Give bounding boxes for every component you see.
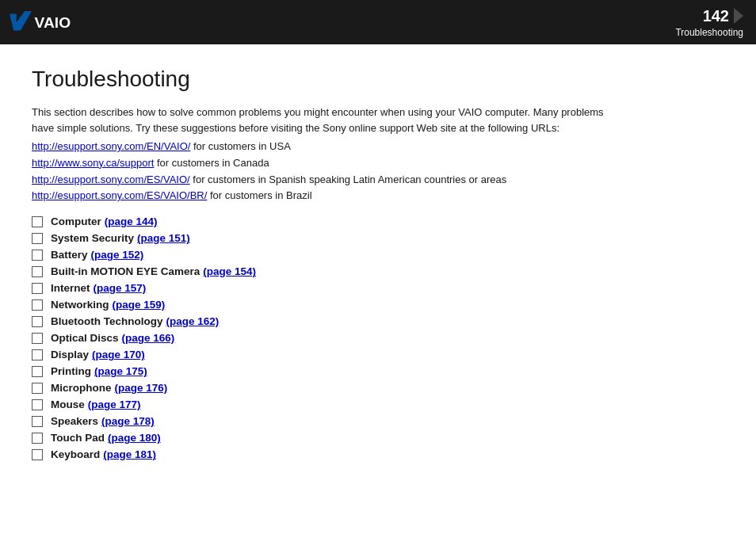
url-item-1: http://esupport.sony.com/EN/VAIO/ for cu… bbox=[32, 139, 724, 155]
page-number: 142 bbox=[703, 7, 729, 25]
checkbox-icon bbox=[32, 233, 43, 244]
list-item: Keyboard (page 181) bbox=[32, 448, 724, 460]
toc-link-microphone[interactable]: (page 176) bbox=[115, 382, 168, 394]
toc-link-keyboard[interactable]: (page 181) bbox=[103, 448, 156, 460]
page-heading: Troubleshooting bbox=[32, 67, 724, 92]
list-item: Microphone (page 176) bbox=[32, 382, 724, 394]
header-right: 142 Troubleshooting bbox=[675, 7, 743, 38]
toc-link-computer[interactable]: (page 144) bbox=[105, 216, 158, 227]
arrow-icon bbox=[734, 8, 743, 24]
checkbox-icon bbox=[32, 266, 43, 277]
url-list: http://esupport.sony.com/EN/VAIO/ for cu… bbox=[32, 139, 724, 204]
checkbox-icon bbox=[32, 333, 43, 344]
toc-link-printing[interactable]: (page 175) bbox=[94, 365, 147, 377]
toc-link-optical-discs[interactable]: (page 166) bbox=[122, 332, 175, 344]
toc-link-bluetooth[interactable]: (page 162) bbox=[166, 315, 220, 327]
list-item: Printing (page 175) bbox=[32, 365, 724, 377]
url-link-4[interactable]: http://esupport.sony.com/ES/VAIO/BR/ bbox=[32, 189, 207, 201]
vaio-logo: VAIO bbox=[10, 11, 86, 33]
toc-link-touchpad[interactable]: (page 180) bbox=[108, 432, 161, 444]
toc-link-internet[interactable]: (page 157) bbox=[94, 282, 147, 294]
list-item: Mouse (page 177) bbox=[32, 399, 724, 410]
toc-link-networking[interactable]: (page 159) bbox=[113, 299, 166, 311]
toc-link-system-security[interactable]: (page 151) bbox=[137, 232, 190, 244]
list-item: Internet (page 157) bbox=[32, 282, 724, 294]
header: VAIO 142 Troubleshooting bbox=[0, 0, 756, 44]
list-item: Display (page 170) bbox=[32, 349, 724, 360]
checkbox-icon bbox=[32, 366, 43, 377]
url-link-1[interactable]: http://esupport.sony.com/EN/VAIO/ bbox=[32, 140, 190, 152]
checkbox-icon bbox=[32, 299, 43, 311]
toc-link-camera[interactable]: (page 154) bbox=[203, 265, 256, 277]
checkbox-icon bbox=[32, 416, 43, 427]
list-item: Networking (page 159) bbox=[32, 299, 724, 311]
checkbox-icon bbox=[32, 433, 43, 444]
url-link-2[interactable]: http://www.sony.ca/support bbox=[32, 157, 154, 169]
toc-link-speakers[interactable]: (page 178) bbox=[101, 415, 155, 427]
list-item: Bluetooth Technology (page 162) bbox=[32, 315, 724, 327]
list-item: Touch Pad (page 180) bbox=[32, 432, 724, 444]
list-item: Optical Discs (page 166) bbox=[32, 332, 724, 344]
url-item-3: http://esupport.sony.com/ES/VAIO/ for cu… bbox=[32, 172, 724, 189]
list-item: Battery (page 152) bbox=[32, 249, 724, 261]
checkbox-icon bbox=[32, 399, 43, 410]
url-link-3[interactable]: http://esupport.sony.com/ES/VAIO/ bbox=[32, 174, 190, 185]
list-item: Computer (page 144) bbox=[32, 216, 724, 227]
toc-list: Computer (page 144) System Security (pag… bbox=[32, 216, 724, 460]
toc-link-battery[interactable]: (page 152) bbox=[91, 249, 144, 261]
url-item-4: http://esupport.sony.com/ES/VAIO/BR/ for… bbox=[32, 188, 724, 204]
section-label: Troubleshooting bbox=[675, 27, 743, 38]
svg-text:VAIO: VAIO bbox=[35, 14, 71, 31]
checkbox-icon bbox=[32, 216, 43, 227]
url-item-2: http://www.sony.ca/support for customers… bbox=[32, 155, 724, 172]
checkbox-icon bbox=[32, 383, 43, 394]
checkbox-icon bbox=[32, 449, 43, 460]
main-content: Troubleshooting This section describes h… bbox=[0, 44, 756, 481]
checkbox-icon bbox=[32, 349, 43, 360]
intro-text-line1: This section describes how to solve comm… bbox=[32, 105, 724, 135]
list-item: Speakers (page 178) bbox=[32, 415, 724, 427]
toc-link-display[interactable]: (page 170) bbox=[92, 349, 145, 360]
checkbox-icon bbox=[32, 250, 43, 261]
list-item: System Security (page 151) bbox=[32, 232, 724, 244]
list-item: Built-in MOTION EYE Camera (page 154) bbox=[32, 265, 724, 277]
checkbox-icon bbox=[32, 283, 43, 294]
checkbox-icon bbox=[32, 316, 43, 327]
toc-link-mouse[interactable]: (page 177) bbox=[88, 399, 141, 410]
